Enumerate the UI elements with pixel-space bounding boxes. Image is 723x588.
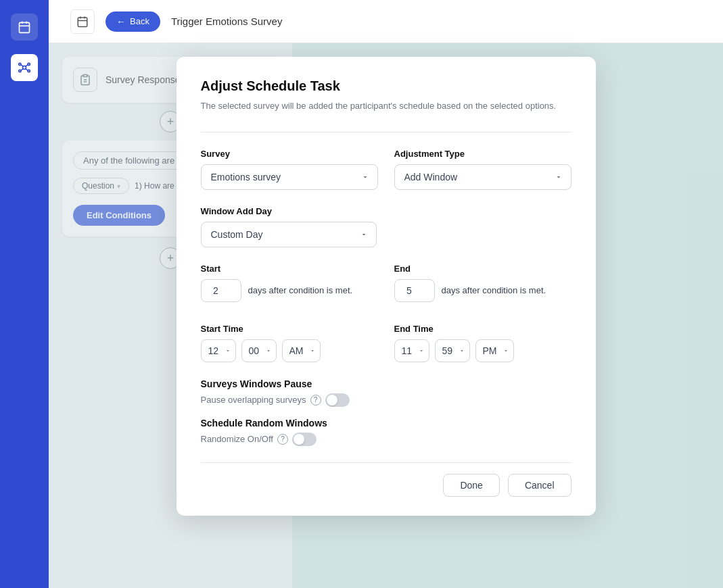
adjustment-type-select[interactable]: Add Window xyxy=(394,164,572,190)
svg-line-9 xyxy=(21,65,23,67)
end-hour-select[interactable]: 11 xyxy=(394,339,429,362)
schedule-random-section: Schedule Random Windows Randomize On/Off… xyxy=(201,418,572,446)
form-group-adjustment: Adjustment Type Add Window xyxy=(394,149,572,190)
start-period-select[interactable]: AM PM xyxy=(282,339,321,362)
end-time-label: End Time xyxy=(394,324,572,334)
start-label: Start xyxy=(201,264,378,274)
randomize-row: Randomize On/Off ? xyxy=(201,433,572,446)
start-input[interactable] xyxy=(201,279,241,302)
window-day-select[interactable]: Custom Day xyxy=(201,222,377,247)
start-field-row: days after condition is met. xyxy=(201,279,378,302)
svg-rect-0 xyxy=(20,22,30,32)
calendar-icon[interactable] xyxy=(11,14,38,41)
svg-line-11 xyxy=(21,69,23,71)
start-suffix: days after condition is met. xyxy=(248,285,353,295)
start-minute-select[interactable]: 00 xyxy=(241,339,277,362)
svg-point-5 xyxy=(19,63,21,65)
form-group-start-time: Start Time 12 00 AM PM xyxy=(201,324,378,362)
top-bar: Back Trigger Emotions Survey xyxy=(0,0,723,43)
end-input[interactable] xyxy=(394,279,435,302)
surveys-pause-title: Surveys Windows Pause xyxy=(201,378,572,389)
adjustment-type-label: Adjustment Type xyxy=(394,149,572,159)
end-suffix: days after condition is met. xyxy=(442,285,546,295)
end-minute-select[interactable]: 59 xyxy=(435,339,470,362)
adjust-schedule-modal: Adjust Schedule Task The selected survey… xyxy=(177,57,596,516)
svg-rect-13 xyxy=(78,18,87,27)
form-group-end: End days after condition is met. xyxy=(394,264,572,308)
modal-title: Adjust Schedule Task xyxy=(201,78,572,94)
form-row-survey: Survey Emotions survey Adjustment Type A… xyxy=(201,149,572,190)
end-time-selects: 11 59 AM PM xyxy=(394,339,572,362)
svg-line-12 xyxy=(26,69,28,71)
end-label: End xyxy=(394,264,572,274)
form-group-survey: Survey Emotions survey xyxy=(201,149,378,190)
svg-point-7 xyxy=(19,70,21,72)
pause-help-icon[interactable]: ? xyxy=(310,395,321,406)
end-field-row: days after condition is met. xyxy=(394,279,572,302)
form-group-start: Start days after condition is met. xyxy=(201,264,378,308)
start-time-selects: 12 00 AM PM xyxy=(201,339,378,362)
form-group-end-time: End Time 11 59 AM PM xyxy=(394,324,572,362)
start-time-label: Start Time xyxy=(201,324,378,334)
svg-point-8 xyxy=(28,70,30,72)
randomize-help-icon[interactable]: ? xyxy=(277,434,288,445)
pause-toggle[interactable] xyxy=(325,393,350,407)
start-hour-select[interactable]: 12 xyxy=(201,339,236,362)
survey-label: Survey xyxy=(201,149,378,159)
form-row-times: Start Time 12 00 AM PM End Time xyxy=(201,324,572,362)
svg-line-10 xyxy=(26,65,28,67)
modal-subtitle: The selected survey will be added the pa… xyxy=(201,99,572,113)
calendar-top-icon xyxy=(70,9,95,34)
form-row-start-end: Start days after condition is met. End d… xyxy=(201,264,572,308)
form-group-window-day: Window Add Day Custom Day xyxy=(201,206,572,247)
done-button[interactable]: Done xyxy=(443,474,499,497)
modal-overlay: Adjust Schedule Task The selected survey… xyxy=(49,43,723,588)
window-day-label: Window Add Day xyxy=(201,206,572,216)
modal-footer: Done Cancel xyxy=(201,462,572,497)
modal-divider xyxy=(201,132,572,132)
network-icon[interactable] xyxy=(11,54,38,81)
end-period-select[interactable]: AM PM xyxy=(475,339,514,362)
survey-select[interactable]: Emotions survey xyxy=(201,164,378,190)
surveys-windows-pause-section: Surveys Windows Pause Pause overlapping … xyxy=(201,378,572,407)
back-button[interactable]: Back xyxy=(106,11,160,32)
randomize-toggle[interactable] xyxy=(292,433,317,446)
cancel-button[interactable]: Cancel xyxy=(508,474,572,497)
pause-overlapping-row: Pause overlapping surveys ? xyxy=(201,393,572,407)
sidebar xyxy=(0,0,49,588)
schedule-random-title: Schedule Random Windows xyxy=(201,418,572,428)
svg-point-6 xyxy=(28,63,30,65)
page-title: Trigger Emotions Survey xyxy=(171,16,283,27)
